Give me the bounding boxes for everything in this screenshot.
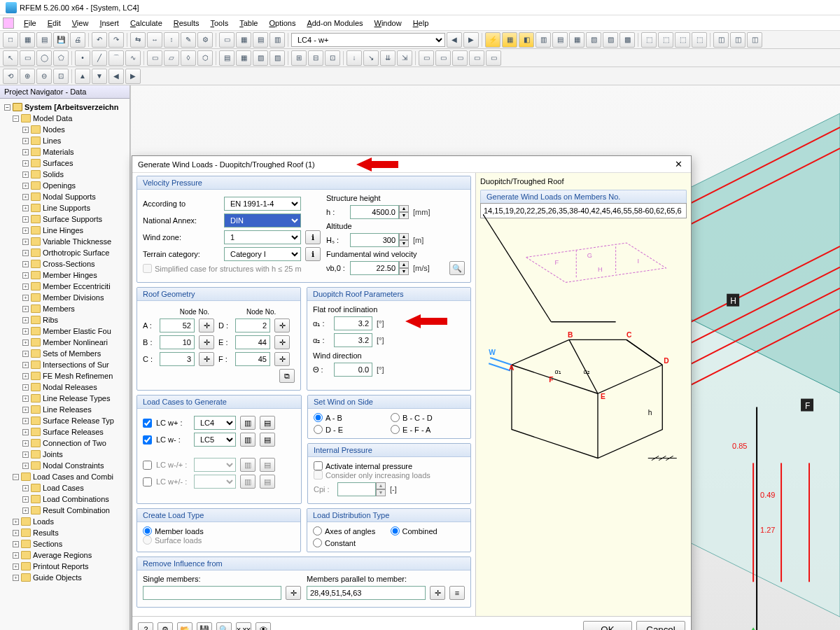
pick-icon[interactable]: ✛ xyxy=(199,352,214,366)
axes-radio[interactable] xyxy=(313,526,322,536)
parallel-members-input[interactable] xyxy=(307,586,426,600)
tree-item[interactable]: +Nodal Supports xyxy=(3,191,130,202)
menu-add-on modules[interactable]: Add-on Modules xyxy=(301,18,368,29)
tool-icon[interactable]: ⟲ xyxy=(3,69,18,84)
tree-item[interactable]: +Loads xyxy=(3,516,130,527)
tree-item[interactable]: +Guide Objects xyxy=(3,572,130,583)
tool-icon[interactable]: ▭ xyxy=(219,32,234,48)
tree-item[interactable]: +Printout Reports xyxy=(3,561,130,572)
tool-icon[interactable]: ▦ xyxy=(569,32,584,48)
menu-view[interactable]: View xyxy=(66,18,94,29)
tool-icon[interactable]: ⊡ xyxy=(325,50,340,66)
tree-item[interactable]: +Line Releases xyxy=(3,404,130,415)
help-icon[interactable]: ？ xyxy=(138,622,153,630)
tool-icon[interactable]: ▭ xyxy=(147,50,162,66)
lcwminusplus-check[interactable] xyxy=(143,461,152,470)
tool-icon[interactable]: ╱ xyxy=(92,50,107,66)
wind-zone-select[interactable]: 1 xyxy=(224,230,301,244)
tool-icon[interactable]: ▲ xyxy=(75,69,90,84)
tree-item[interactable]: +Lines xyxy=(3,135,130,146)
terrain-select[interactable]: Category I xyxy=(224,247,301,261)
pick-icon[interactable]: ✛ xyxy=(274,335,290,349)
pick-icon[interactable]: ✛ xyxy=(274,352,290,366)
tool-icon[interactable]: ▤ xyxy=(36,32,52,48)
menu-file[interactable]: File xyxy=(18,18,42,29)
tree-item[interactable]: +Member Nonlineari xyxy=(3,337,130,348)
menu-edit[interactable]: Edit xyxy=(42,18,66,29)
tree-item[interactable]: +Sections xyxy=(3,538,130,550)
tool-icon[interactable]: ▦ xyxy=(236,50,251,66)
pick-icon[interactable]: ✛ xyxy=(274,318,290,332)
tool-icon[interactable]: ▼ xyxy=(92,69,107,84)
height-input[interactable] xyxy=(350,205,399,219)
tool-icon[interactable]: ▨ xyxy=(603,32,618,48)
tree-item[interactable]: +Members xyxy=(3,303,130,314)
close-icon[interactable]: ✕ xyxy=(671,159,685,169)
activate-ip-check[interactable] xyxy=(314,461,323,470)
node-d-input[interactable] xyxy=(235,318,270,332)
tree-item[interactable]: +Line Release Types xyxy=(3,393,130,404)
tool-icon[interactable]: ↖ xyxy=(3,50,18,66)
tree-item[interactable]: +Materials xyxy=(3,146,130,158)
tool-icon[interactable]: ▥ xyxy=(270,32,285,48)
tool-icon[interactable]: ◫ xyxy=(730,32,746,48)
tool-icon[interactable]: ▭ xyxy=(469,50,484,66)
tree-item[interactable]: +Ribs xyxy=(3,314,130,326)
tool-icon[interactable]: ⊞ xyxy=(291,50,307,66)
tool-icon[interactable]: ⬚ xyxy=(641,32,657,48)
tool-icon[interactable]: 💾 xyxy=(53,32,69,48)
tree-item[interactable]: +Sets of Members xyxy=(3,348,130,359)
tree-item[interactable]: +Intersections of Sur xyxy=(3,359,130,370)
tree-item[interactable]: +Member Hinges xyxy=(3,270,130,281)
tool-icon[interactable]: ◫ xyxy=(713,32,729,48)
tree-item[interactable]: +Surface Supports xyxy=(3,214,130,225)
tool-icon[interactable]: ▩ xyxy=(620,32,635,48)
tool-icon[interactable]: ↓ xyxy=(346,50,362,66)
tool-icon[interactable]: ▦ xyxy=(502,32,517,48)
tool-icon[interactable]: ⚡ xyxy=(485,32,500,48)
tool-icon[interactable]: ▤ xyxy=(552,32,568,48)
tree-item[interactable]: +Joints xyxy=(3,449,130,460)
tree-item[interactable]: +Nodal Releases xyxy=(3,382,130,393)
tree-item[interactable]: +Line Hinges xyxy=(3,225,130,236)
list-icon[interactable]: ≡ xyxy=(449,586,465,600)
tool-icon[interactable]: ✎ xyxy=(181,32,196,48)
tool-icon[interactable]: • xyxy=(75,50,90,66)
pick-icon[interactable]: ✛ xyxy=(199,318,214,332)
tree-item[interactable]: +Load Cases xyxy=(3,482,130,493)
tool-icon[interactable]: ▶ xyxy=(463,32,479,48)
altitude-input[interactable] xyxy=(350,233,399,247)
menu-help[interactable]: Help xyxy=(407,18,435,29)
tool-icon[interactable]: ▭ xyxy=(20,50,35,66)
tool-icon[interactable]: ↕ xyxy=(164,32,179,48)
tool-icon[interactable]: ▥ xyxy=(536,32,551,48)
info-icon[interactable]: ℹ xyxy=(305,230,321,244)
tool-icon[interactable]: ▨ xyxy=(270,50,285,66)
tool-icon[interactable]: ◫ xyxy=(747,32,762,48)
tree-item[interactable]: +Surface Releases xyxy=(3,426,130,438)
menu-insert[interactable]: Insert xyxy=(94,18,125,29)
menu-window[interactable]: Window xyxy=(369,18,407,29)
lcwplusminus-check[interactable] xyxy=(143,477,152,486)
tool-icon[interactable]: ▱ xyxy=(164,50,179,66)
system-menu-icon[interactable] xyxy=(3,18,14,29)
tool-icon[interactable]: ▶ xyxy=(125,69,141,84)
vb0-input[interactable] xyxy=(350,261,399,275)
tool-icon[interactable]: ▤ xyxy=(219,50,234,66)
node-f-input[interactable] xyxy=(235,352,270,366)
single-members-input[interactable] xyxy=(143,586,281,600)
wind-de-radio[interactable] xyxy=(314,425,323,434)
tool-icon[interactable]: ▦ xyxy=(20,32,35,48)
tree-item[interactable]: +Solids xyxy=(3,169,130,180)
wind-efa-radio[interactable] xyxy=(391,425,400,434)
tool-icon[interactable]: ▭ xyxy=(452,50,468,66)
tree-item[interactable]: +Result Combination xyxy=(3,505,130,516)
info-icon[interactable]: ℹ xyxy=(305,247,321,261)
pick-icon[interactable]: ✛ xyxy=(199,335,214,349)
tree-item[interactable]: +Surface Release Typ xyxy=(3,415,130,426)
tool-icon[interactable]: ⬚ xyxy=(675,32,690,48)
national-annex-select[interactable]: DIN xyxy=(224,214,301,227)
according-to-select[interactable]: EN 1991-1-4 xyxy=(224,197,301,211)
tree-item[interactable]: +Variable Thicknesse xyxy=(3,236,130,247)
new-lc-icon[interactable]: ▥ xyxy=(240,416,255,430)
